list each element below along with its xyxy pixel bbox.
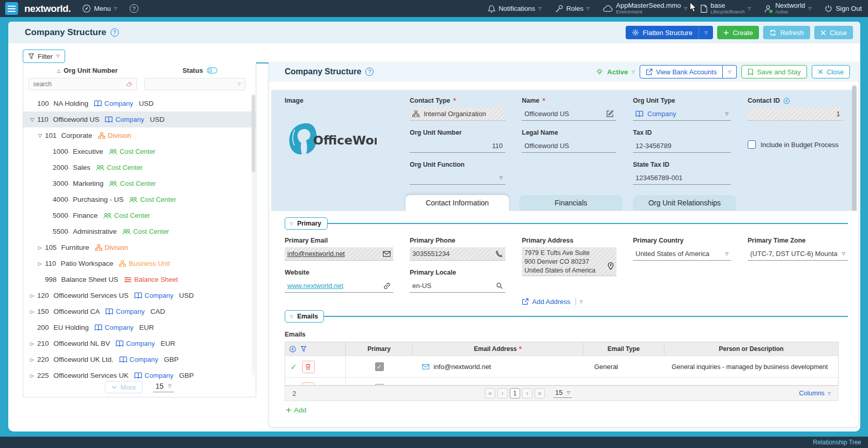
table-filter-icon[interactable] bbox=[301, 346, 306, 352]
add-address-button[interactable]: Add Address ▽ bbox=[522, 298, 583, 306]
flatten-structure-caret[interactable]: ▽ bbox=[699, 26, 713, 39]
refresh-button[interactable]: Refresh bbox=[763, 26, 810, 39]
primary-time-zone-select[interactable]: (UTC-7, DST UTC-6) Mounta ▽ bbox=[748, 247, 848, 261]
primary-country-select[interactable]: United States of America ▽ bbox=[633, 247, 731, 261]
tree-row[interactable]: ▷ 110 Patio Workspace Business Unit bbox=[23, 255, 256, 271]
add-email-button[interactable]: Add bbox=[286, 406, 306, 414]
detail-close-button[interactable]: Close bbox=[812, 65, 850, 78]
name-field[interactable]: Officeworld US bbox=[522, 107, 616, 121]
save-and-stay-button[interactable]: Save and Stay bbox=[741, 65, 807, 78]
tree-row[interactable]: 998 Balance Sheet US Balance Sheet bbox=[23, 271, 256, 287]
current-page[interactable]: 1 bbox=[509, 388, 520, 398]
expand-icon[interactable]: ▷ bbox=[28, 341, 36, 346]
website-field[interactable]: www.nextworld.net bbox=[285, 279, 393, 293]
prev-page-button[interactable]: ‹ bbox=[497, 388, 507, 398]
col-header-person-description[interactable]: Person or Description bbox=[664, 342, 838, 356]
expand-icon[interactable]: ▷ bbox=[36, 245, 44, 250]
menu-dropdown[interactable]: Menu ▽ bbox=[82, 4, 117, 13]
branch-dropdown[interactable]: base Lifecycle/Branch ▽ bbox=[701, 2, 751, 14]
close-button[interactable]: Close bbox=[814, 26, 853, 39]
environment-dropdown[interactable]: AppMasterSeed.mmo Environment ▽ bbox=[603, 2, 687, 14]
primary-email-value[interactable]: info@nextworld.net bbox=[287, 250, 345, 258]
tree-row[interactable]: ▷ 120 Officeworld Services US Company US… bbox=[23, 287, 256, 303]
roles-dropdown[interactable]: Roles ▽ bbox=[555, 5, 590, 12]
sign-out-button[interactable]: Sign Out bbox=[825, 5, 862, 12]
primary-locale-field[interactable]: en-US bbox=[410, 279, 505, 293]
primary-checkbox[interactable]: ✓ bbox=[375, 362, 384, 371]
columns-button[interactable]: Columns ▽ bbox=[799, 390, 831, 397]
legal-name-field[interactable]: Officeworld US bbox=[522, 139, 616, 153]
hamburger-menu-icon[interactable] bbox=[5, 2, 18, 15]
view-bank-accounts-caret[interactable]: ▽ bbox=[723, 65, 737, 78]
budget-process-checkbox[interactable] bbox=[748, 140, 756, 149]
emails-section-toggle[interactable]: ▽ Emails bbox=[285, 310, 324, 323]
status-toggle-icon[interactable] bbox=[207, 67, 218, 74]
org-unit-number-field[interactable]: 110 bbox=[410, 139, 505, 153]
tree-row[interactable]: ▷ 210 Officeworld NL BV Company EUR bbox=[23, 335, 256, 351]
expand-icon[interactable]: ▷ bbox=[28, 373, 36, 378]
tree-row[interactable]: ▷ 150 Officeworld CA Company CAD bbox=[23, 303, 256, 319]
detail-help-icon[interactable]: ? bbox=[365, 68, 374, 76]
clear-search-icon[interactable] bbox=[126, 81, 132, 87]
view-bank-accounts-button[interactable]: View Bank Accounts bbox=[640, 65, 723, 78]
expand-icon[interactable]: ▷ bbox=[36, 261, 44, 266]
circle-plus-icon[interactable] bbox=[783, 98, 790, 104]
last-page-button[interactable]: » bbox=[534, 388, 545, 398]
col-header-email-address[interactable]: Email Address* bbox=[413, 342, 583, 356]
flatten-structure-button[interactable]: Flatten Structure bbox=[626, 26, 699, 39]
first-page-button[interactable]: « bbox=[485, 388, 495, 398]
more-button[interactable]: More bbox=[105, 381, 143, 393]
tree-row[interactable]: 200 EU Holding Company EUR bbox=[23, 319, 256, 335]
org-unit-function-select[interactable]: ▽ bbox=[410, 171, 505, 185]
expand-icon[interactable]: ▷ bbox=[28, 309, 36, 314]
status-filter-select[interactable]: ▽ bbox=[144, 78, 245, 90]
org-unit-number-column-header[interactable]: △ Org Unit Number bbox=[25, 67, 149, 74]
active-status-button[interactable]: Active ▽ bbox=[596, 68, 635, 76]
help-icon[interactable]: ? bbox=[130, 4, 138, 13]
next-page-button[interactable]: › bbox=[522, 388, 532, 398]
tree-row[interactable]: 3000 Marketing Cost Center bbox=[23, 175, 256, 191]
tree-row[interactable]: 5000 Finance Cost Center bbox=[23, 207, 256, 223]
tree-page-size-select[interactable]: 15 ▽ bbox=[153, 382, 174, 392]
tab-contact-information[interactable]: Contact Information bbox=[406, 195, 509, 211]
tax-id-field[interactable]: 12-3456789 bbox=[633, 139, 731, 153]
page-help-icon[interactable]: ? bbox=[111, 28, 119, 37]
primary-section-toggle[interactable]: ▽ Primary bbox=[285, 217, 328, 230]
user-dropdown[interactable]: Nextworld Active ▽ bbox=[764, 2, 811, 14]
state-tax-id-field[interactable]: 123456789-001 bbox=[633, 171, 731, 185]
tree-row[interactable]: ▷ 105 Furniture Division bbox=[23, 239, 256, 255]
chevron-down-icon[interactable]: ▽ bbox=[580, 299, 583, 304]
notifications-dropdown[interactable]: Notifications ▽ bbox=[488, 5, 541, 13]
org-search-input[interactable] bbox=[33, 81, 121, 88]
search-icon[interactable] bbox=[496, 282, 503, 289]
org-unit-type-select[interactable]: Company ▽ bbox=[633, 107, 731, 121]
expand-icon[interactable]: ▽ bbox=[36, 133, 44, 138]
tree-row[interactable]: 1000 Executive Cost Center bbox=[23, 143, 256, 159]
col-header-email-type[interactable]: Email Type bbox=[583, 342, 664, 356]
expand-icon[interactable]: ▽ bbox=[28, 117, 36, 122]
collapse-circle-icon[interactable] bbox=[289, 346, 296, 353]
website-value[interactable]: www.nextworld.net bbox=[287, 282, 343, 290]
expand-icon[interactable]: ▷ bbox=[28, 357, 36, 362]
filter-button[interactable]: Filter ▽ bbox=[23, 50, 65, 63]
col-header-primary[interactable]: Primary bbox=[346, 342, 413, 356]
expand-icon[interactable]: ▷ bbox=[28, 293, 36, 298]
emails-page-size-select[interactable]: 15 ▽ bbox=[553, 389, 572, 398]
delete-row-button[interactable] bbox=[302, 382, 315, 386]
tree-row[interactable]: ▽ 101 Corporate Division bbox=[23, 127, 256, 143]
tree-row[interactable]: ▽ 110 Officeworld US Company USD bbox=[23, 111, 256, 127]
tab-org-unit-relationships[interactable]: Org Unit Relationships bbox=[633, 195, 736, 211]
status-column-header[interactable]: Status bbox=[149, 67, 251, 74]
tree-row[interactable]: 2000 Sales Cost Center bbox=[23, 159, 256, 175]
tree-row[interactable]: 100 NA Holding Company USD bbox=[23, 95, 256, 111]
tree-scrollbar[interactable] bbox=[252, 94, 255, 375]
create-button[interactable]: Create bbox=[717, 26, 759, 39]
tab-financials[interactable]: Financials bbox=[519, 195, 623, 211]
edit-icon[interactable] bbox=[606, 110, 614, 118]
tree-row[interactable]: 4000 Purchasing - US Cost Center bbox=[23, 191, 256, 207]
tree-row[interactable]: ▷ 220 Officeworld UK Ltd. Company GBP bbox=[23, 351, 256, 367]
relationship-tree-label[interactable]: Relationship Tree bbox=[813, 439, 861, 446]
tree-row[interactable]: 5500 Administrative Cost Center bbox=[23, 223, 256, 239]
primary-checkbox[interactable] bbox=[375, 384, 384, 385]
delete-row-button[interactable] bbox=[302, 361, 315, 373]
